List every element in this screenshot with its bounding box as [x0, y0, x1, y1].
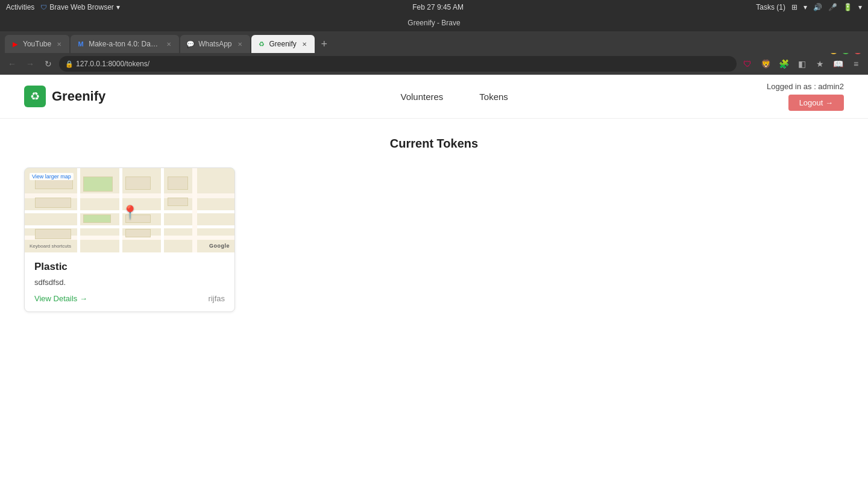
whatsapp-favicon: 💬 [186, 40, 195, 48]
address-bar-right: 🛡 🦁 🧩 ◧ ★ 📖 ≡ [740, 57, 863, 71]
map-google-label: Google [209, 243, 230, 249]
nav-link-tokens[interactable]: Tokens [479, 92, 508, 102]
app-logo-icon: ♻ [24, 86, 46, 107]
address-display[interactable]: 127.0.0.1:8000/tokens/ [59, 56, 737, 72]
token-card: 📍 View larger map Google Keyboard shortc… [24, 167, 235, 312]
tabs-bar: ▶ YouTube ✕ M Make-a-ton 4.0: Dashboard … [0, 31, 868, 53]
lock-icon: 🔒 [65, 60, 74, 68]
reload-button[interactable]: ↻ [41, 57, 55, 71]
view-details-link[interactable]: View Details → [34, 294, 87, 303]
page-heading: Current Tokens [24, 137, 844, 151]
os-wifi-icon: ▾ [804, 3, 807, 11]
token-card-description: sdfsdfsd. [34, 278, 225, 287]
extension-icon[interactable]: 🧩 [776, 57, 791, 71]
map-pin: 📍 [122, 206, 138, 219]
os-tasks[interactable]: Tasks (1) [756, 3, 785, 11]
tab-greenify-label: Greenify [269, 40, 297, 48]
browser-menu-icon[interactable]: ≡ [849, 57, 863, 71]
back-button[interactable]: ← [5, 57, 19, 71]
tab-youtube[interactable]: ▶ YouTube ✕ [5, 35, 69, 53]
app-logo-text[interactable]: Greenify [52, 89, 105, 104]
tab-greenify[interactable]: ♻ Greenify ✕ [251, 35, 315, 53]
os-browser-label: 🛡 Brave Web Browser ▾ [40, 3, 119, 11]
logged-in-text: Logged in as : admin2 [767, 82, 844, 91]
os-grid-icon[interactable]: ⊞ [791, 3, 797, 11]
tab-dashboard-label: Make-a-ton 4.0: Dashboard | Dev [89, 40, 161, 48]
token-card-title: Plastic [34, 261, 225, 273]
map-view-larger[interactable]: View larger map [30, 173, 74, 180]
tab-whatsapp[interactable]: 💬 WhatsApp ✕ [180, 35, 250, 53]
logout-button[interactable]: Logout → [788, 95, 844, 111]
nav-link-volunteers[interactable]: Volunteres [400, 92, 443, 102]
tab-dashboard[interactable]: M Make-a-ton 4.0: Dashboard | Dev ✕ [71, 35, 179, 53]
token-map: 📍 View larger map Google Keyboard shortc… [25, 168, 234, 252]
app-logo: ♻ Greenify [24, 86, 105, 107]
greenify-favicon: ♻ [257, 40, 266, 48]
tab-greenify-close[interactable]: ✕ [300, 40, 309, 48]
app-nav-links: Volunteres Tokens [142, 92, 767, 102]
address-bar: ← → ↻ 🔒 127.0.0.1:8000/tokens/ 🛡 🦁 🧩 ◧ ★… [0, 53, 868, 75]
sidebar-toggle-icon[interactable]: ◧ [794, 57, 809, 71]
shield-icon: 🛡 [40, 4, 47, 11]
dashboard-favicon: M [77, 40, 85, 48]
os-volume-icon: 🔊 [813, 3, 822, 11]
tab-dashboard-close[interactable]: ✕ [165, 40, 173, 48]
new-tab-button[interactable]: + [316, 35, 333, 53]
browser-window-title: Greenify - Brave [407, 19, 460, 27]
brave-shields-icon[interactable]: 🛡 [740, 57, 755, 71]
reading-list-icon[interactable]: 📖 [831, 57, 845, 71]
tab-whatsapp-close[interactable]: ✕ [236, 40, 244, 48]
brave-rewards-icon[interactable]: 🦁 [758, 57, 773, 71]
os-activities[interactable]: Activities [6, 3, 34, 11]
web-page: ♻ Greenify Volunteres Tokens Logged in a… [0, 75, 868, 488]
os-chevron-icon[interactable]: ▾ [858, 3, 862, 11]
map-background: 📍 View larger map Google Keyboard shortc… [25, 168, 234, 252]
os-topbar: Activities 🛡 Brave Web Browser ▾ Feb 27 … [0, 0, 868, 14]
app-nav-right: Logged in as : admin2 Logout → [767, 82, 844, 111]
address-box: 🔒 127.0.0.1:8000/tokens/ [59, 56, 737, 72]
bookmark-icon[interactable]: ★ [813, 57, 827, 71]
os-battery-icon: 🔋 [843, 3, 852, 11]
forward-button[interactable]: → [23, 57, 37, 71]
tab-youtube-label: YouTube [23, 40, 51, 48]
tab-youtube-close[interactable]: ✕ [55, 40, 63, 48]
page-content: Current Tokens [0, 119, 868, 330]
token-card-footer: View Details → rijfas [34, 294, 225, 303]
map-keyboard-shortcuts: Keyboard shortcuts [30, 243, 71, 249]
os-mic-icon: 🎤 [828, 3, 837, 11]
app-navbar: ♻ Greenify Volunteres Tokens Logged in a… [0, 75, 868, 119]
browser-title-bar: Greenify - Brave [0, 14, 868, 31]
youtube-favicon: ▶ [11, 40, 19, 48]
tab-whatsapp-label: WhatsApp [198, 40, 231, 48]
os-datetime: Feb 27 9:45 AM [412, 3, 464, 11]
token-card-body: Plastic sdfsdfsd. View Details → rijfas [25, 252, 234, 311]
token-user: rijfas [209, 294, 225, 303]
